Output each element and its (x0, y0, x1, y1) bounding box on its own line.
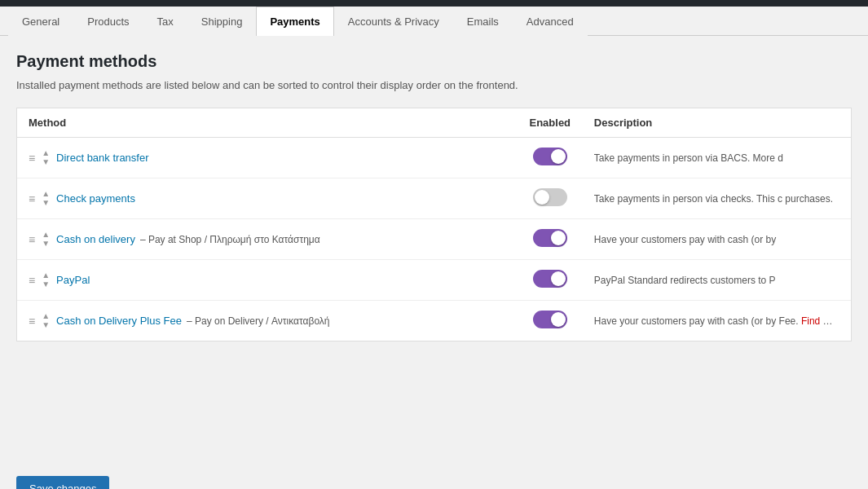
move-down-button[interactable]: ▼ (40, 280, 51, 289)
move-down-button[interactable]: ▼ (40, 158, 51, 166)
method-link-cash-on-delivery[interactable]: Cash on delivery (56, 233, 135, 245)
move-up-button[interactable]: ▲ (40, 271, 51, 280)
drag-handle-icon[interactable]: ≡ (29, 315, 35, 328)
tab-products[interactable]: Products (73, 7, 143, 36)
desc-cell-cash-on-delivery-plus-fee: Have your customers pay with cash (or by… (583, 301, 851, 341)
col-header-description: Description (583, 108, 851, 138)
enabled-cell-check-payments (518, 178, 583, 219)
table-row: ≡▲▼Cash on Delivery Plus Fee – Pay on De… (17, 301, 851, 341)
table-row: ≡▲▼Check paymentsTake payments in person… (17, 178, 851, 219)
payment-methods-table: Method Enabled Description ≡▲▼Direct ban… (16, 108, 852, 341)
move-up-button[interactable]: ▲ (40, 312, 51, 320)
tabs-nav: GeneralProductsTaxShippingPaymentsAccoun… (0, 7, 868, 36)
enabled-cell-cash-on-delivery-plus-fee (518, 301, 583, 341)
find-more-link-cash-on-delivery-plus-fee[interactable]: Find more t (801, 315, 851, 327)
toggle-paypal[interactable] (533, 270, 567, 288)
tab-general[interactable]: General (8, 7, 73, 36)
drag-handle-icon[interactable]: ≡ (29, 233, 35, 246)
toggle-slider-cash-on-delivery (533, 229, 567, 247)
page-description: Installed payment methods are listed bel… (16, 79, 852, 91)
col-header-enabled: Enabled (518, 108, 583, 138)
tab-accounts-privacy[interactable]: Accounts & Privacy (334, 7, 453, 36)
table-row: ≡▲▼Direct bank transferTake payments in … (17, 138, 851, 178)
method-cell-paypal: ≡▲▼PayPal (17, 260, 518, 301)
toggle-slider-paypal (533, 270, 567, 288)
move-down-button[interactable]: ▼ (40, 199, 51, 207)
toggle-slider-direct-bank-transfer (533, 148, 567, 165)
col-header-method: Method (17, 108, 518, 138)
tab-shipping[interactable]: Shipping (187, 7, 257, 36)
main-content: Payment methods Installed payment method… (0, 36, 868, 460)
method-link-direct-bank-transfer[interactable]: Direct bank transfer (56, 152, 148, 164)
method-subtitle-cash-on-delivery: – Pay at Shop / Πληρωμή στο Κατάστημα (140, 234, 320, 245)
table-header-row: Method Enabled Description (17, 108, 851, 138)
method-link-cash-on-delivery-plus-fee[interactable]: Cash on Delivery Plus Fee (56, 315, 182, 327)
enabled-cell-cash-on-delivery (518, 219, 583, 260)
method-link-check-payments[interactable]: Check payments (56, 192, 135, 205)
method-cell-cash-on-delivery: ≡▲▼Cash on delivery – Pay at Shop / Πληρ… (17, 219, 518, 260)
move-up-button[interactable]: ▲ (40, 231, 51, 239)
desc-cell-paypal: PayPal Standard redirects customers to P (583, 260, 851, 301)
method-link-paypal[interactable]: PayPal (56, 274, 90, 286)
method-cell-cash-on-delivery-plus-fee: ≡▲▼Cash on Delivery Plus Fee – Pay on De… (17, 301, 518, 341)
move-up-button[interactable]: ▲ (40, 149, 51, 157)
save-button[interactable]: Save changes (16, 476, 109, 489)
drag-handle-icon[interactable]: ≡ (29, 274, 35, 287)
toggle-cash-on-delivery[interactable] (533, 229, 567, 247)
method-cell-check-payments: ≡▲▼Check payments (17, 178, 518, 219)
tab-tax[interactable]: Tax (143, 7, 187, 36)
toggle-check-payments[interactable] (533, 188, 567, 206)
desc-cell-direct-bank-transfer: Take payments in person via BACS. More d (583, 138, 851, 178)
enabled-cell-direct-bank-transfer (518, 138, 583, 178)
move-up-button[interactable]: ▲ (40, 190, 51, 198)
desc-cell-check-payments: Take payments in person via checks. This… (583, 178, 851, 219)
footer: Save changes (0, 460, 868, 489)
toggle-cash-on-delivery-plus-fee[interactable] (533, 311, 567, 328)
toggle-slider-check-payments (533, 188, 567, 206)
toggle-direct-bank-transfer[interactable] (533, 148, 567, 165)
method-subtitle-cash-on-delivery-plus-fee: – Pay on Delivery / Αντικαταβολή (187, 315, 330, 327)
page-title: Payment methods (16, 52, 852, 71)
move-down-button[interactable]: ▼ (40, 321, 51, 329)
move-down-button[interactable]: ▼ (40, 240, 51, 248)
desc-cell-cash-on-delivery: Have your customers pay with cash (or by (583, 219, 851, 260)
tab-advanced[interactable]: Advanced (513, 7, 588, 36)
toggle-slider-cash-on-delivery-plus-fee (533, 311, 567, 328)
method-cell-direct-bank-transfer: ≡▲▼Direct bank transfer (17, 138, 518, 178)
table-row: ≡▲▼PayPalPayPal Standard redirects custo… (17, 260, 851, 301)
enabled-cell-paypal (518, 260, 583, 301)
tab-emails[interactable]: Emails (453, 7, 513, 36)
table-row: ≡▲▼Cash on delivery – Pay at Shop / Πληρ… (17, 219, 851, 260)
drag-handle-icon[interactable]: ≡ (29, 192, 35, 205)
tab-payments[interactable]: Payments (256, 7, 333, 36)
top-bar (0, 0, 868, 7)
drag-handle-icon[interactable]: ≡ (29, 152, 35, 165)
